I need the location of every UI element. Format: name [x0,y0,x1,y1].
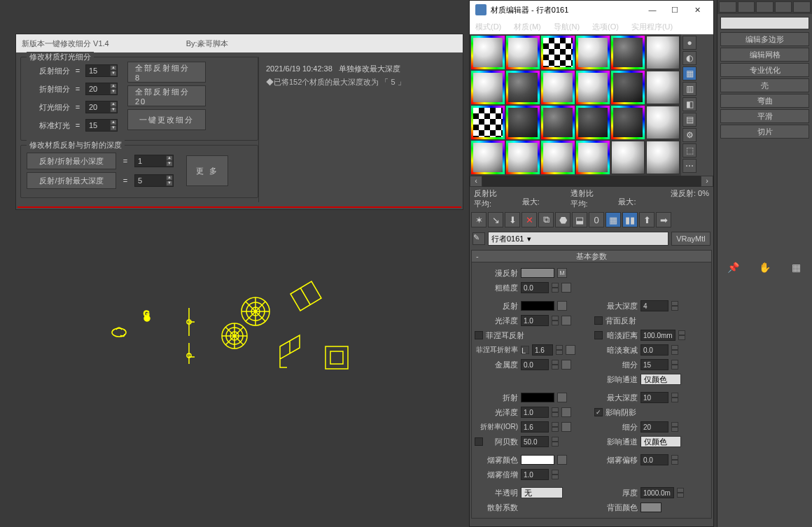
bend-button[interactable]: 弯曲 [720,94,809,108]
material-swatch[interactable] [471,71,505,104]
material-name-combo[interactable]: 行者0161▾ [488,232,668,246]
all-reflect-8-button[interactable]: 全部反射细分 8 [127,62,206,83]
show-end-result-icon[interactable]: ▮▮ [622,212,638,227]
glossiness-input[interactable] [521,315,549,326]
ior-input[interactable] [521,421,549,433]
roughness-map-button[interactable] [561,283,571,293]
modify-tab[interactable] [738,1,755,13]
reflect-subdiv-input[interactable] [640,359,668,370]
show-map-icon[interactable]: ▦ [606,212,621,227]
max-depth-input[interactable]: ▲▼ [134,174,174,187]
show-end-icon[interactable]: ✋ [759,262,771,274]
fog-mult-input[interactable] [521,469,549,480]
menu-mode[interactable]: 模式(D) [475,22,501,32]
backface-checkbox[interactable] [594,316,603,325]
menu-options[interactable]: 选项(O) [592,22,619,32]
go-sibling-icon[interactable]: ➡ [656,212,671,227]
close-button[interactable]: ✕ [687,3,708,17]
pin-stack-icon[interactable]: 📌 [727,262,740,274]
dimdist-checkbox[interactable] [594,331,603,339]
make-unique-icon[interactable]: ⬣ [555,212,570,227]
pick-material-icon[interactable]: ✎ [472,232,485,245]
options-icon[interactable]: ⚙ [682,128,696,142]
fog-color-swatch[interactable] [521,455,554,465]
material-swatch[interactable] [611,71,645,104]
refract-gloss-input[interactable] [521,407,549,418]
dimfall-input[interactable] [640,344,668,356]
fog-bias-input[interactable] [640,454,668,465]
reflect-maxdepth-input[interactable] [640,300,668,311]
material-swatch[interactable] [506,71,540,104]
material-swatch[interactable] [471,141,505,174]
material-swatch[interactable] [611,141,645,174]
prooptimize-button[interactable]: 专业优化 [720,63,809,77]
material-type-button[interactable]: VRayMtl [671,232,710,246]
display-tab[interactable] [793,1,811,13]
edit-poly-button[interactable]: 编辑多边形 [720,32,809,46]
mat-map-nav-icon[interactable]: ⋯ [682,159,696,173]
background-icon[interactable]: ▦ [682,66,696,80]
shell-button[interactable]: 壳 [720,78,809,92]
fresnel-checkbox[interactable] [475,331,483,339]
smooth-button[interactable]: 平滑 [720,109,809,123]
affect-shadow-checkbox[interactable] [594,408,603,416]
assign-icon[interactable]: ⬇ [505,212,520,227]
min-depth-input[interactable]: ▲▼ [134,155,174,167]
abbe-input[interactable] [521,436,549,447]
abbe-checkbox[interactable] [475,437,483,446]
menu-utilities[interactable]: 实用程序(U) [631,22,673,32]
material-swatch[interactable] [611,36,645,69]
reflect-affect-combo[interactable]: 仅颜色 [640,374,681,385]
material-swatch[interactable] [471,36,505,69]
material-swatch[interactable] [541,36,575,69]
edit-mesh-button[interactable]: 编辑网格 [720,48,809,62]
material-swatch[interactable] [646,71,680,104]
material-swatch[interactable] [541,106,575,139]
material-swatch[interactable] [576,71,610,104]
get-material-icon[interactable]: ✶ [471,212,486,227]
put-to-lib-icon[interactable]: ⬓ [572,212,587,227]
modifier-combo[interactable] [720,17,809,29]
sample-type-icon[interactable]: ● [682,36,696,50]
create-tab[interactable] [719,1,736,13]
lock-icon[interactable]: L [521,346,529,354]
material-swatch[interactable] [506,141,540,174]
reflect-swatch[interactable] [521,301,554,311]
material-swatch[interactable] [471,106,505,139]
backlight-icon[interactable]: ◐ [682,51,696,65]
slice-button[interactable]: 切片 [720,125,809,139]
material-swatch[interactable] [506,106,540,139]
more-button[interactable]: 更 多 [186,155,228,186]
go-parent-icon[interactable]: ⬆ [639,212,654,227]
dimdist-input[interactable] [640,330,676,341]
material-swatch[interactable] [646,36,680,69]
refract-subdiv-input[interactable] [640,421,668,433]
roughness-input[interactable] [521,282,549,293]
minimize-button[interactable]: — [642,3,663,17]
menu-material[interactable]: 材质(M) [514,22,541,32]
material-swatch[interactable] [576,106,610,139]
preview-icon[interactable]: ▤ [682,113,696,127]
motion-tab[interactable] [775,1,792,13]
refract-maxdepth-input[interactable] [640,392,668,403]
material-swatch[interactable] [611,106,645,139]
material-swatch[interactable] [576,141,610,174]
thickness-input[interactable] [640,487,674,498]
refract-affect-combo[interactable]: 仅颜色 [640,436,681,447]
stdlight-input[interactable]: ▲▼ [85,119,118,132]
metalness-input[interactable] [521,359,549,370]
translucency-combo[interactable]: 无 [521,487,563,498]
configure-icon[interactable]: ▦ [790,262,803,274]
light-subdiv-input[interactable]: ▲▼ [85,101,118,113]
put-to-scene-icon[interactable]: ↘ [488,212,503,227]
all-reflect-20-button[interactable]: 全部反射细分 20 [127,85,206,106]
maximize-button[interactable]: ☐ [664,3,685,17]
material-swatch[interactable] [646,106,680,139]
material-editor-titlebar[interactable]: 材质编辑器 - 行者0161 — ☐ ✕ [470,1,713,19]
menu-nav[interactable]: 导航(N) [554,22,580,32]
make-copy-icon[interactable]: ⧉ [538,212,554,227]
video-check-icon[interactable]: ◧ [682,97,696,111]
material-swatch[interactable] [506,36,540,69]
material-swatch[interactable] [541,141,575,174]
refract-swatch[interactable] [521,393,554,402]
